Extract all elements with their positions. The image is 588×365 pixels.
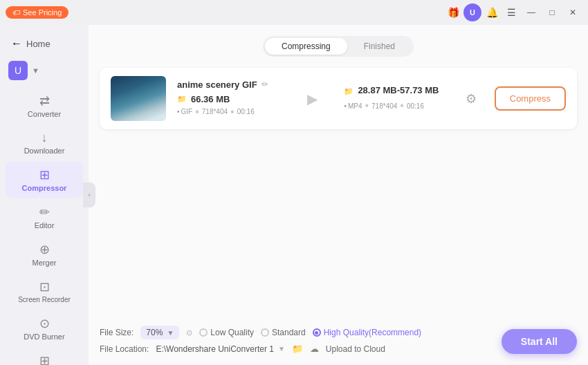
file-name-row: anime scenery GIF ✏	[177, 79, 280, 90]
arrow-icon: ▶	[307, 91, 318, 107]
see-pricing-button[interactable]: 🏷 See Pricing	[6, 6, 68, 19]
upload-cloud-label: Upload to Cloud	[326, 344, 385, 354]
out-sep2: •	[400, 100, 404, 112]
merger-icon: ⊕	[39, 242, 50, 257]
sidebar-item-tools[interactable]: ⊞ Tools	[6, 348, 83, 365]
compressor-icon: ⊞	[39, 167, 50, 182]
home-icon: ←	[11, 37, 22, 50]
sidebar: ← Home U ▼ ⇄ Converter ↓ Downloader ⊞ Co…	[0, 25, 89, 365]
tab-finished[interactable]: Finished	[347, 38, 412, 55]
tab-container: Compressing Finished	[263, 36, 414, 57]
file-size-label: File Size:	[100, 328, 134, 337]
output-size-value: 28.87 MB-57.73 MB	[358, 85, 439, 95]
low-quality-label: Low Quality	[210, 328, 254, 337]
maximize-button[interactable]: □	[542, 5, 562, 20]
sidebar-item-merger[interactable]: ⊕ Merger	[6, 236, 83, 272]
tab-bar: Compressing Finished	[100, 36, 577, 57]
output-size: 📁 28.87 MB-57.73 MB	[344, 85, 447, 98]
output-resolution: 718*404	[371, 102, 397, 110]
size-value: 70%	[146, 328, 163, 337]
sidebar-item-editor[interactable]: ✏ Editor	[6, 199, 83, 235]
sidebar-item-home[interactable]: ← Home	[0, 30, 89, 57]
converter-label: Converter	[28, 110, 61, 118]
source-file-info: anime scenery GIF ✏ 📁 66.36 MB • GIF • 7…	[177, 79, 280, 118]
main-content: Compressing Finished anime scenery GIF ✏…	[89, 25, 588, 365]
avatar-button[interactable]: U	[463, 3, 481, 21]
standard-label: Standard	[272, 328, 306, 337]
compressor-label: Compressor	[22, 184, 67, 192]
output-details: • MP4 • 718*404 • 00:16	[344, 100, 447, 112]
location-input: E:\Wondershare UniConverter 1 ▼	[156, 344, 284, 354]
folder-icon-source: 📁	[177, 95, 187, 104]
merger-label: Merger	[33, 259, 57, 267]
editor-icon: ✏	[39, 205, 50, 220]
dropdown-arrow: ▼	[167, 329, 174, 337]
source-duration: 00:16	[237, 108, 255, 115]
sidebar-item-compressor[interactable]: ⊞ Compressor	[6, 162, 83, 198]
standard-option[interactable]: Standard	[261, 328, 306, 337]
quality-options: Low Quality Standard High Quality(Recomm…	[199, 328, 421, 337]
location-value: E:\Wondershare UniConverter 1	[156, 344, 274, 354]
sidebar-item-converter[interactable]: ⇄ Converter	[6, 88, 83, 124]
screen-recorder-icon: ⊡	[39, 279, 50, 294]
gift-icon: 🎁	[448, 7, 459, 18]
sidebar-home-label: Home	[26, 39, 50, 49]
standard-radio	[261, 328, 269, 337]
source-size: 📁 66.36 MB	[177, 94, 280, 104]
source-resolution: 718*404	[202, 108, 228, 115]
tools-icon: ⊞	[39, 353, 50, 365]
high-quality-radio	[313, 328, 321, 337]
file-name: anime scenery GIF	[177, 79, 257, 90]
close-button[interactable]: ✕	[563, 5, 582, 20]
thumbnail-image	[111, 76, 166, 121]
file-thumbnail	[111, 76, 166, 121]
file-size-selector[interactable]: 70% ▼	[140, 326, 179, 339]
format-dot: •	[177, 108, 180, 115]
upload-cloud-icon[interactable]: ☁	[310, 344, 319, 354]
notification-button[interactable]: 🔔	[483, 3, 501, 21]
titlebar: 🏷 See Pricing 🎁 U 🔔 ☰ — □ ✕	[0, 0, 588, 25]
source-size-value: 66.36 MB	[191, 94, 230, 104]
dvd-burner-label: DVD Burner	[24, 333, 64, 341]
arrow-section: ▶	[291, 91, 333, 107]
screen-recorder-label: Screen Recorder	[18, 296, 71, 303]
out-sep1: •	[365, 100, 369, 112]
tab-compressing[interactable]: Compressing	[265, 38, 347, 55]
start-all-button[interactable]: Start All	[502, 329, 577, 354]
sidebar-item-dvd-burner[interactable]: ⊙ DVD Burner	[6, 310, 83, 346]
folder-browse-icon[interactable]: 📁	[292, 344, 303, 354]
output-file-info: 📁 28.87 MB-57.73 MB • MP4 • 718*404 • 00…	[344, 85, 447, 112]
separator1: •	[195, 106, 199, 118]
high-quality-label: High Quality(Recommend)	[324, 328, 421, 337]
edit-icon[interactable]: ✏	[261, 79, 268, 89]
sidebar-item-downloader[interactable]: ↓ Downloader	[6, 125, 83, 160]
folder-icon-output: 📁	[344, 87, 353, 96]
downloader-label: Downloader	[24, 147, 65, 155]
low-quality-option[interactable]: Low Quality	[199, 328, 254, 337]
high-quality-option[interactable]: High Quality(Recommend)	[313, 328, 421, 337]
sidebar-item-screen-recorder[interactable]: ⊡ Screen Recorder	[6, 274, 83, 309]
output-duration: 00:16	[407, 102, 424, 110]
dvd-burner-icon: ⊙	[39, 316, 50, 331]
quality-icon: ⊙	[186, 328, 192, 337]
source-format: • GIF	[177, 108, 192, 115]
gift-button[interactable]: 🎁	[444, 3, 462, 21]
file-location-label: File Location:	[100, 344, 149, 354]
converter-icon: ⇄	[39, 93, 50, 109]
file-card: anime scenery GIF ✏ 📁 66.36 MB • GIF • 7…	[100, 68, 577, 129]
downloader-icon: ↓	[42, 131, 48, 145]
sidebar-collapse-button[interactable]: ‹	[83, 182, 95, 207]
compress-button[interactable]: Compress	[495, 86, 566, 111]
tag-icon: 🏷	[12, 8, 20, 17]
menu-button[interactable]: ☰	[502, 3, 520, 21]
editor-label: Editor	[35, 221, 55, 230]
logo-arrow: ▼	[32, 66, 39, 75]
separator2: •	[230, 106, 235, 118]
minimize-button[interactable]: —	[522, 5, 541, 20]
low-quality-radio	[199, 328, 208, 337]
output-format-dot: •	[344, 102, 347, 110]
titlebar-controls: 🎁 U 🔔 ☰ — □ ✕	[444, 3, 582, 21]
settings-icon-button[interactable]: ⚙	[459, 86, 484, 111]
location-dropdown-arrow: ▼	[278, 345, 285, 353]
source-details: • GIF • 718*404 • 00:16	[177, 106, 280, 118]
